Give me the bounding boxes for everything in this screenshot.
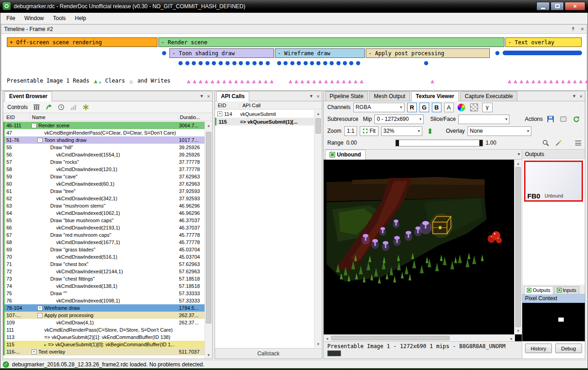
column-duration[interactable]: Duratio... <box>178 115 212 120</box>
draw-event-dot[interactable] <box>239 61 243 65</box>
save-texture-button[interactable] <box>546 114 556 124</box>
range-max-value[interactable]: 1.00 <box>486 140 496 146</box>
slice-face-select[interactable]: ▾ <box>458 115 509 124</box>
write-marker-icon[interactable]: ▲ <box>335 78 341 84</box>
timeline-bar-offscreen[interactable]: + Off-screen scene rendering <box>7 37 158 47</box>
write-marker-icon[interactable]: ▲ <box>560 78 566 84</box>
channel-alpha-button[interactable]: A <box>444 103 454 112</box>
draw-event-dot[interactable] <box>316 61 320 65</box>
panel-close-icon[interactable]: × <box>317 94 320 99</box>
scroll-down-icon[interactable]: ▾ <box>514 327 522 334</box>
event-row[interactable]: 59Draw "cave"37.62963 <box>3 173 205 180</box>
timeline-bar-wireframe[interactable]: - Wireframe draw <box>275 48 365 58</box>
write-marker-icon[interactable]: ▲ <box>329 78 335 84</box>
write-marker-icon[interactable]: ▲ <box>572 78 578 84</box>
draw-event-dot[interactable] <box>199 61 203 65</box>
event-row[interactable]: 70vkCmdDrawIndexed(516,1)45.03704 <box>3 253 205 261</box>
event-row[interactable]: 71Draw "chest box"57.62963 <box>3 261 205 268</box>
channel-red-button[interactable]: R <box>407 103 417 112</box>
event-row[interactable]: 65Draw "blue mushroom caps"46.37037 <box>3 217 205 224</box>
event-row[interactable]: 76vkCmdDrawIndexed(1098,1)57.33333 <box>3 297 205 304</box>
write-marker-icon[interactable]: ▲ <box>317 78 323 84</box>
draw-event-dot[interactable] <box>304 61 308 65</box>
tab-outputs[interactable]: Outputs <box>524 286 553 294</box>
scroll-up-icon[interactable]: ▴ <box>514 160 522 167</box>
callstack-panel-title[interactable]: Callstack <box>215 348 322 359</box>
write-marker-icon[interactable]: ▲ <box>305 78 311 84</box>
write-marker-icon[interactable]: ▲ <box>299 78 305 84</box>
menu-help[interactable]: Help <box>70 14 91 23</box>
scroll-down-icon[interactable]: ▾ <box>315 340 322 348</box>
event-row[interactable]: 78-104+Wireframe draw1784.5... <box>3 304 205 312</box>
pixel-context-view[interactable] <box>522 303 585 341</box>
draw-event-dot[interactable] <box>185 61 189 65</box>
draw-event-dot[interactable] <box>310 61 314 65</box>
texture-horizontal-scrollbar[interactable]: ◂ ▸ <box>324 334 515 341</box>
scrollbar-thumb[interactable] <box>206 132 211 323</box>
event-row[interactable]: 60vkCmdDrawIndexed(60,1)37.62963 <box>3 180 205 188</box>
texture-vertical-scrollbar[interactable]: ▴ ▾ <box>514 160 522 334</box>
zoom-level-combo[interactable]: 32%▾ <box>381 126 422 136</box>
history-button[interactable]: History <box>525 344 552 353</box>
range-slider[interactable] <box>395 140 483 146</box>
range-options-icon[interactable] <box>575 141 581 146</box>
pin-icon[interactable] <box>570 26 577 33</box>
tab-pipeline-state[interactable]: Pipeline State <box>325 91 368 101</box>
draw-event-dot[interactable] <box>266 61 270 65</box>
draw-event-dot[interactable] <box>290 61 294 65</box>
draw-event-dot[interactable] <box>495 51 499 55</box>
text-overlay-draws-bar[interactable] <box>503 51 582 55</box>
stats-icon[interactable] <box>70 104 77 111</box>
write-marker-icon[interactable]: ▲ <box>227 78 233 84</box>
timeline-bar-toon-shading[interactable]: - Toon shading draw <box>169 48 274 58</box>
draw-event-dot[interactable] <box>284 61 288 65</box>
write-marker-icon[interactable]: ▲ <box>186 78 192 84</box>
write-marker-icon[interactable]: ▲ <box>525 78 530 84</box>
write-marker-icon[interactable]: ▲ <box>554 78 560 84</box>
scrollbar-thumb[interactable] <box>331 336 450 340</box>
tree-expander-icon[interactable]: + <box>37 306 42 311</box>
time-draws-clock-icon[interactable] <box>58 104 65 111</box>
tree-expander-icon[interactable]: - <box>31 123 37 128</box>
tree-expander-icon[interactable]: - <box>37 138 42 143</box>
event-row[interactable]: 55Draw "hill"39.25926 <box>3 144 205 151</box>
event-row[interactable]: 56vkCmdDrawIndexed(1554,1)39.25926 <box>3 151 205 158</box>
panel-menu-icon[interactable]: ▾ <box>200 93 203 99</box>
event-row[interactable]: 72vkCmdDrawIndexed(12144,1)57.62963 <box>3 268 205 275</box>
fit-button[interactable]: Fit <box>360 126 378 136</box>
write-marker-icon[interactable]: ▲ <box>257 78 263 84</box>
event-row[interactable]: 69Draw "grass blades"45.03704 <box>3 246 205 253</box>
event-browser-scrollbar[interactable]: ▴ ▾ <box>205 122 212 359</box>
write-marker-icon[interactable]: ▲ <box>288 78 294 84</box>
jump-to-event-icon[interactable] <box>45 104 52 111</box>
draw-event-dot[interactable] <box>226 61 230 65</box>
panel-close-icon[interactable]: × <box>207 94 210 99</box>
write-marker-icon[interactable]: ▲ <box>221 78 227 84</box>
write-marker-icon[interactable]: ▲ <box>192 78 198 84</box>
draw-event-dot[interactable] <box>349 61 353 65</box>
event-row[interactable]: 64vkCmdDrawIndexed(1062,1)46.96296 <box>3 209 205 217</box>
event-row[interactable]: 66vkCmdDrawIndexed(2193,1)46.37037 <box>3 224 205 231</box>
draw-event-dot[interactable] <box>259 61 263 65</box>
write-marker-icon[interactable]: ▲ <box>513 78 519 84</box>
scrollbar-thumb[interactable] <box>515 167 521 327</box>
write-marker-icon[interactable]: ▲ <box>519 78 525 84</box>
tab-inputs[interactable]: Inputs <box>554 286 579 294</box>
write-marker-icon[interactable]: ▲ <box>245 78 251 84</box>
write-marker-icon[interactable]: ▲ <box>215 78 221 84</box>
overlay-select[interactable]: None▾ <box>467 126 531 136</box>
tree-expander-icon[interactable]: + <box>217 111 222 116</box>
event-row[interactable]: 46-111-Render scene3064.7... <box>3 122 205 129</box>
event-row[interactable]: 109vkCmdDraw(4,1)262.37... <box>3 319 205 326</box>
event-row[interactable]: 63Draw "mushroom stems"46.96296 <box>3 202 205 209</box>
scroll-up-icon[interactable]: ▴ <box>315 110 322 117</box>
write-marker-icon[interactable]: ▲ <box>530 78 536 84</box>
channels-select[interactable]: RGBA▾ <box>353 103 404 112</box>
checkerboard-background-button[interactable] <box>469 102 479 112</box>
flip-y-button[interactable] <box>425 126 435 136</box>
column-name[interactable]: Name <box>30 115 178 120</box>
highlight-star-icon[interactable] <box>82 104 89 111</box>
open-texture-list-button[interactable] <box>558 114 568 124</box>
maximize-button[interactable] <box>551 2 564 10</box>
write-marker-icon[interactable]: ▲ <box>353 78 359 84</box>
